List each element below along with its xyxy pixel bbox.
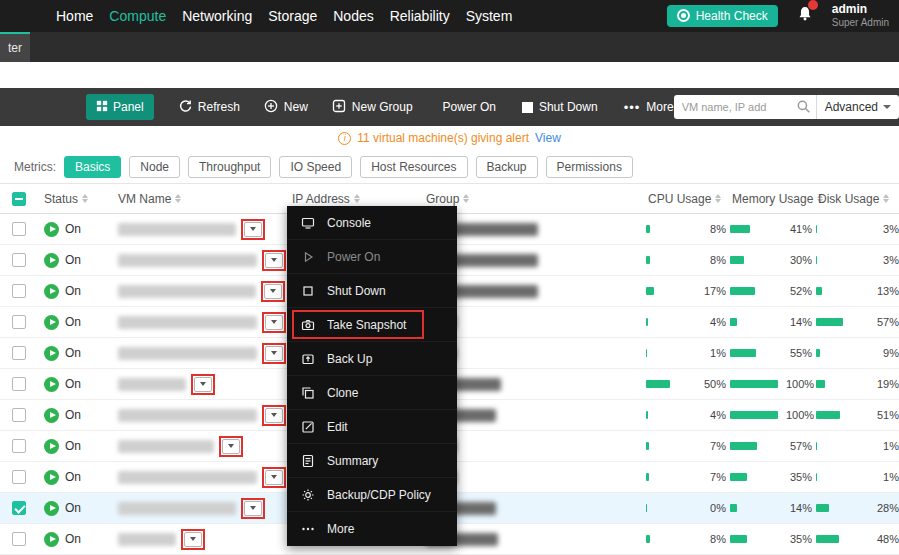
summary-icon [301,454,315,468]
row-dropdown-button[interactable] [184,532,202,547]
memory-usage-bar [730,504,776,512]
shut-down-button[interactable]: Shut Down [522,100,598,114]
context-menu-item-take-snapshot[interactable]: Take Snapshot [287,308,457,342]
metrics-row: Metrics: BasicsNodeThroughputIO SpeedHos… [0,150,899,184]
column-header-cpu-usage[interactable]: CPU Usage [642,192,726,206]
metrics-tab-backup[interactable]: Backup [476,156,538,178]
vm-name-redacted [118,533,176,546]
memory-usage-value: 55% [784,347,812,359]
chevron-down-icon [883,105,891,109]
health-check-label: Health Check [696,9,768,23]
row-checkbox[interactable] [12,439,26,453]
user-menu[interactable]: admin Super Admin [832,3,889,28]
row-dropdown-button[interactable] [244,501,262,516]
cpu-usage-bar [646,473,690,481]
context-menu-item-clone[interactable]: Clone [287,376,457,410]
nav-item-system[interactable]: System [466,8,513,24]
column-header-status[interactable]: Status [38,192,112,206]
column-label: CPU Usage [648,192,711,206]
cpu-usage-value: 17% [698,285,726,297]
nav-item-compute[interactable]: Compute [109,8,166,24]
context-menu-item-console[interactable]: Console [287,206,457,240]
nav-item-networking[interactable]: Networking [182,8,252,24]
row-dropdown-button[interactable] [264,284,282,299]
row-dropdown-button[interactable] [265,470,283,485]
nav-item-nodes[interactable]: Nodes [333,8,373,24]
metrics-tab-throughput[interactable]: Throughput [188,156,271,178]
advanced-button[interactable]: Advanced [816,95,899,119]
chevron-down-icon [271,351,277,355]
context-menu-item-edit[interactable]: Edit [287,410,457,444]
panel-view-button[interactable]: Panel [86,94,154,120]
row-checkbox[interactable] [12,377,26,391]
row-checkbox[interactable] [12,501,26,515]
chevron-down-icon [228,444,234,448]
context-menu-item-back-up[interactable]: Back Up [287,342,457,376]
row-dropdown-button[interactable] [265,346,283,361]
cpu-usage-value: 1% [698,347,726,359]
memory-usage-value: 100% [786,378,814,390]
row-checkbox[interactable] [12,346,26,360]
health-check-button[interactable]: Health Check [667,5,778,27]
status-on-icon [44,222,59,237]
nav-item-storage[interactable]: Storage [268,8,317,24]
column-header-vm-name[interactable]: VM Name [112,192,286,206]
refresh-button[interactable]: Refresh [178,99,240,116]
context-menu-item-more[interactable]: More [287,512,457,546]
power-on-label: Power On [443,100,496,114]
column-header-ip-address[interactable]: IP Address [286,192,420,206]
search-icon[interactable] [796,99,811,114]
annotation-dropdown-highlight [262,250,286,271]
select-all-checkbox[interactable] [12,192,26,206]
power-on-button[interactable]: Power On [443,100,496,114]
memory-usage-bar [730,411,778,419]
status-label: On [65,408,81,422]
metrics-tab-permissions[interactable]: Permissions [546,156,633,178]
context-menu-item-summary[interactable]: Summary [287,444,457,478]
row-checkbox[interactable] [12,470,26,484]
context-menu-item-backup-cdp-policy[interactable]: Backup/CDP Policy [287,478,457,512]
new-vm-button[interactable]: New [264,99,308,116]
row-dropdown-button[interactable] [194,377,212,392]
column-header-disk-usage[interactable]: Disk Usage [812,192,899,206]
nav-item-reliability[interactable]: Reliability [390,8,450,24]
new-group-button[interactable]: New Group [332,99,413,116]
tab-cluster-partial[interactable]: ter [0,32,30,62]
metrics-tab-basics[interactable]: Basics [64,156,121,178]
row-checkbox[interactable] [12,315,26,329]
row-dropdown-button[interactable] [265,253,283,268]
search-area: Advanced [674,95,899,119]
column-header-group[interactable]: Group [420,192,642,206]
row-checkbox[interactable] [12,222,26,236]
row-checkbox[interactable] [12,408,26,422]
row-dropdown-button[interactable] [244,222,262,237]
row-checkbox[interactable] [12,253,26,267]
row-checkbox[interactable] [12,284,26,298]
disk-usage-bar [816,287,862,295]
search-input[interactable] [674,95,816,119]
row-dropdown-button[interactable] [222,439,240,454]
clone-icon [301,386,315,400]
vm-name-redacted [118,316,257,329]
metrics-tab-node[interactable]: Node [129,156,180,178]
memory-usage-value: 14% [784,316,812,328]
row-checkbox[interactable] [12,532,26,546]
memory-usage-bar [730,442,776,450]
more-icon [301,522,315,536]
metrics-tab-host-resources[interactable]: Host Resources [360,156,467,178]
row-dropdown-button[interactable] [265,408,283,423]
alert-view-link[interactable]: View [535,131,561,145]
row-dropdown-button[interactable] [265,315,283,330]
column-header-memory-usage[interactable]: Memory Usage [726,192,812,206]
cpu-usage-bar [646,411,690,419]
context-menu-item-shut-down[interactable]: Shut Down [287,274,457,308]
cpu-usage-value: 50% [698,378,726,390]
notifications-button[interactable] [796,5,814,27]
more-button[interactable]: ••• More [624,100,674,114]
nav-item-home[interactable]: Home [56,8,93,24]
memory-usage-bar [730,256,776,264]
alert-bar: 11 virtual machine(s) giving alert View [0,126,899,150]
metrics-tab-io-speed[interactable]: IO Speed [279,156,352,178]
sort-icon [463,194,469,203]
edit-icon [301,420,315,434]
